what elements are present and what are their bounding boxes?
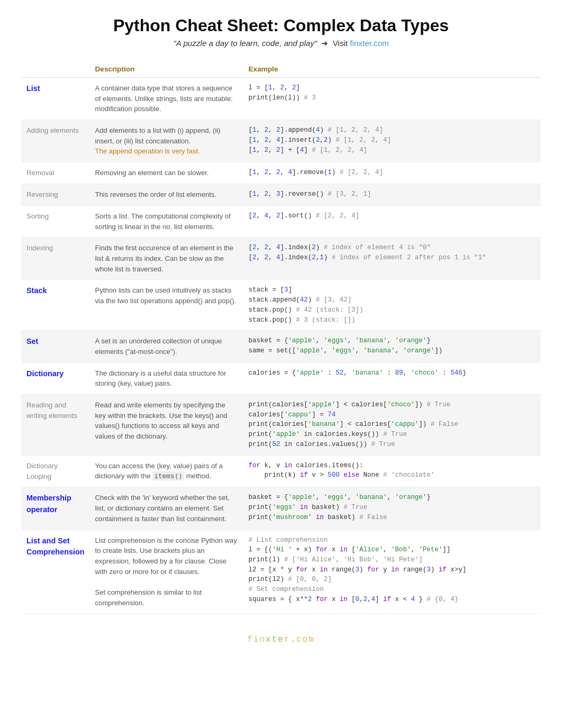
row-label-stack: Stack <box>21 280 90 331</box>
row-code-list: l = [1, 2, 2] print(len(l)) # 3 <box>243 78 541 120</box>
finxter-link[interactable]: finxter.com <box>350 39 388 48</box>
row-label-membership: Membership operator <box>21 487 90 530</box>
row-desc-membership: Check with the 'in' keyword whether the … <box>90 487 243 530</box>
table-row: Reading and writing elements Read and wr… <box>21 395 541 456</box>
row-desc-reversing: This reverses the order of list elements… <box>90 184 243 206</box>
table-row: Membership operator Check with the 'in' … <box>21 487 541 530</box>
subtitle: "A puzzle a day to learn, code, and play… <box>21 39 541 48</box>
row-desc-reading-writing: Read and write elements by specifying th… <box>90 395 243 456</box>
row-label-dict-looping: Dictionary Looping <box>21 455 90 487</box>
row-code-stack: stack = [3] stack.append(42) # [3, 42] s… <box>243 280 541 331</box>
row-code-dictionary: calories = {'apple' : 52, 'banana' : 89,… <box>243 362 541 394</box>
row-code-adding: [1, 2, 2].append(4) # [1, 2, 2, 4] [1, 2… <box>243 120 541 162</box>
row-code-indexing: [2, 2, 4].index(2) # index of element 4 … <box>243 238 541 280</box>
row-label-reversing: Reversing <box>21 184 90 206</box>
row-label-removal: Removal <box>21 162 90 184</box>
row-code-reversing: [1, 2, 3].reverse() # [3, 2, 1] <box>243 184 541 206</box>
arrow-icon: ➜ <box>321 39 330 48</box>
row-label-adding: Adding elements <box>21 120 90 162</box>
row-desc-sorting: Sorts a list. The computational complexi… <box>90 205 243 237</box>
row-desc-removal: Removing an element can be slower. <box>90 162 243 184</box>
table-header-row: Description Example <box>21 61 541 78</box>
subtitle-visit: Visit <box>333 39 350 48</box>
table-row: Indexing Finds the first occurence of an… <box>21 238 541 280</box>
row-desc-dict-looping: You can access the (key, value) pairs of… <box>90 455 243 487</box>
row-desc-adding: Add elements to a list with (i) append, … <box>90 120 243 162</box>
row-label-list: List <box>21 78 90 120</box>
col-header-example: Example <box>243 61 541 78</box>
row-label-comprehension: List and Set Comprehension <box>21 530 90 614</box>
row-code-comprehension: # List comprehension l = [('Hi ' + x) fo… <box>243 530 541 614</box>
table-row: Removal Removing an element can be slowe… <box>21 162 541 184</box>
col-header-description: Description <box>90 61 243 78</box>
page-title: Python Cheat Sheet: Complex Data Types <box>21 16 541 35</box>
table-row: Dictionary The dictionary is a useful da… <box>21 362 541 394</box>
table-row: Dictionary Looping You can access the (k… <box>21 455 541 487</box>
row-desc-dictionary: The dictionary is a useful data structur… <box>90 362 243 394</box>
row-code-set: basket = {'apple', 'eggs', 'banana', 'or… <box>243 331 541 362</box>
row-desc-list: A container data type that stores a sequ… <box>90 78 243 120</box>
row-code-sorting: [2, 4, 2].sort() # [2, 2, 4] <box>243 205 541 237</box>
row-label-dictionary: Dictionary <box>21 362 90 394</box>
row-desc-comprehension: List comprehension is the concise Python… <box>90 530 243 614</box>
footer-logo: finxter.com <box>247 635 315 644</box>
row-label-sorting: Sorting <box>21 205 90 237</box>
row-code-dict-looping: for k, v in calories.items(): print(k) i… <box>243 455 541 487</box>
table-row: Reversing This reverses the order of lis… <box>21 184 541 206</box>
row-desc-indexing: Finds the first occurence of an element … <box>90 238 243 280</box>
table-row: Adding elements Add elements to a list w… <box>21 120 541 162</box>
row-desc-stack: Python lists can be used intuitively as … <box>90 280 243 331</box>
main-table: Description Example List A container dat… <box>21 61 541 614</box>
table-row: Stack Python lists can be used intuitive… <box>21 280 541 331</box>
footer: finxter.com <box>21 635 541 644</box>
col-header-name <box>21 61 90 78</box>
table-row: Sorting Sorts a list. The computational … <box>21 205 541 237</box>
row-code-reading-writing: print(calories['apple'] < calories['choc… <box>243 395 541 456</box>
row-label-set: Set <box>21 331 90 362</box>
row-label-indexing: Indexing <box>21 238 90 280</box>
row-desc-set: A set is an unordered collection of uniq… <box>90 331 243 362</box>
row-code-removal: [1, 2, 2, 4].remove(1) # [2, 2, 4] <box>243 162 541 184</box>
subtitle-quote: "A puzzle a day to learn, code, and play… <box>173 39 317 48</box>
table-row: Set A set is an unordered collection of … <box>21 331 541 362</box>
row-label-reading-writing: Reading and writing elements <box>21 395 90 456</box>
row-code-membership: basket = {'apple', 'eggs', 'banana', 'or… <box>243 487 541 530</box>
table-row: List A container data type that stores a… <box>21 78 541 120</box>
table-row: List and Set Comprehension List comprehe… <box>21 530 541 614</box>
